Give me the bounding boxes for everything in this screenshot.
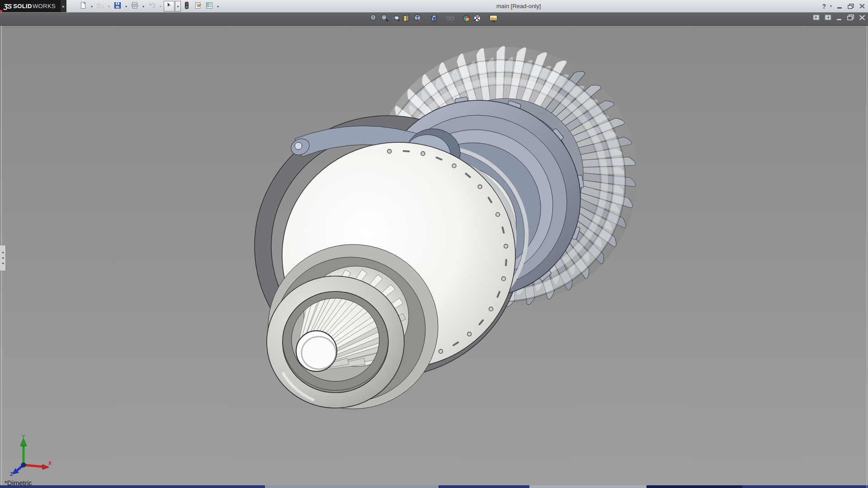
undo-dropdown[interactable]: ▾ — [158, 1, 163, 12]
options-button[interactable] — [204, 1, 215, 12]
minimize-button[interactable] — [836, 3, 843, 9]
taskbar-edge — [0, 485, 868, 488]
jet-engine-model[interactable] — [0, 26, 868, 488]
options-dropdown[interactable]: ▾ — [215, 1, 221, 12]
view-orientation-button[interactable] — [412, 14, 423, 24]
file-properties-button[interactable] — [193, 1, 203, 12]
edit-appearance-icon — [462, 14, 471, 25]
undo-icon — [148, 1, 156, 11]
triad-x-label: X — [48, 460, 52, 466]
main-toolbar: ▾▾▾▾▾▾▾ — [78, 0, 221, 12]
save-icon — [113, 1, 122, 11]
titlebar-controls: ? ▾ — [822, 0, 866, 12]
save-button[interactable] — [112, 1, 123, 12]
edit-appearance-button[interactable] — [461, 14, 472, 24]
flyout-arrow-icon: ◂ — [2, 262, 4, 265]
new-document-button[interactable] — [78, 1, 89, 12]
doc-restore-button[interactable] — [847, 14, 854, 20]
new-document-dropdown[interactable]: ▾ — [89, 1, 94, 12]
open-document-icon — [96, 1, 104, 11]
display-style-button[interactable] — [428, 14, 439, 24]
previous-view-icon — [391, 14, 401, 25]
save-dropdown[interactable]: ▾ — [123, 1, 129, 12]
document-window-controls — [813, 14, 865, 20]
feature-tree-flyout-tab[interactable]: ◂ ◂ ◂ — [0, 245, 6, 271]
undo-button[interactable] — [146, 1, 157, 12]
pane-right-icon[interactable] — [825, 14, 831, 20]
section-view-icon — [402, 14, 411, 25]
new-document-icon — [79, 1, 87, 11]
graphics-viewport[interactable]: ◂ ◂ ◂ Y X Z *Dimetric — [0, 26, 868, 488]
menu-expand-arrow-icon[interactable]: ▸ — [61, 0, 66, 12]
display-style-icon — [429, 14, 439, 25]
view-settings-button[interactable] — [488, 14, 499, 24]
triad-z-label: Z — [10, 471, 13, 476]
zoom-to-fit-icon — [369, 14, 379, 25]
rebuild-button[interactable] — [181, 1, 192, 12]
doc-close-button[interactable] — [859, 15, 865, 20]
apply-scene-icon — [472, 14, 482, 25]
section-view-button[interactable] — [401, 14, 412, 24]
solidworks-logo: ƷS SOLID WORKS — [0, 0, 61, 12]
heads-up-view-bar — [0, 13, 868, 26]
solidworks-logo-mark: ƷS — [4, 2, 11, 10]
close-button[interactable] — [859, 3, 866, 9]
view-orientation-icon — [413, 14, 422, 25]
zoom-to-fit-button[interactable] — [368, 14, 379, 24]
triad-y-label: Y — [22, 434, 25, 439]
flyout-arrow-icon: ◂ — [2, 257, 4, 259]
logo-red-accent — [0, 10, 2, 12]
open-document-dropdown[interactable]: ▾ — [106, 1, 112, 12]
zoom-to-area-button[interactable] — [379, 14, 390, 24]
view-toolbar — [368, 14, 499, 24]
hide-show-items-icon — [445, 14, 455, 25]
open-document-button[interactable] — [95, 1, 106, 12]
help-caret-icon[interactable]: ▾ — [830, 4, 832, 8]
file-properties-icon — [194, 1, 202, 11]
doc-minimize-button[interactable] — [836, 15, 842, 20]
rebuild-icon — [183, 1, 191, 11]
select-dropdown[interactable]: ▾ — [175, 1, 181, 12]
print-icon — [131, 1, 139, 11]
zoom-to-area-icon — [380, 14, 390, 25]
pane-left-icon[interactable] — [813, 14, 820, 20]
flyout-arrow-icon: ◂ — [2, 251, 4, 254]
print-button[interactable] — [129, 1, 140, 12]
hide-show-items-button[interactable] — [444, 14, 455, 24]
solidworks-logo-bold: SOLID — [13, 3, 32, 9]
solidworks-logo-light: WORKS — [33, 3, 56, 9]
reference-triad: Y X Z — [6, 433, 52, 476]
previous-view-button[interactable] — [390, 14, 401, 24]
restore-button[interactable] — [847, 3, 854, 9]
apply-scene-button[interactable] — [472, 14, 482, 24]
help-button[interactable]: ? — [822, 3, 826, 10]
select-icon — [165, 1, 173, 11]
print-dropdown[interactable]: ▾ — [141, 1, 146, 12]
title-bar: ƷS SOLID WORKS ▸ ▾▾▾▾▾▾▾ main [Read-only… — [0, 0, 868, 13]
select-button[interactable] — [164, 1, 175, 12]
view-settings-icon — [489, 14, 498, 25]
document-title: main [Read-only] — [496, 3, 541, 9]
options-icon — [205, 1, 213, 11]
